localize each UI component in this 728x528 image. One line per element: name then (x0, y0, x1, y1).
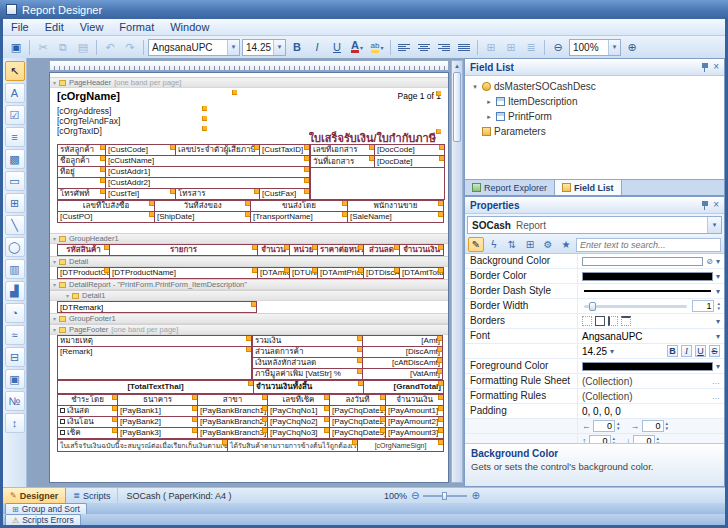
report-field[interactable]: [PayBankBranch3] (198, 428, 268, 439)
pay-method-cell[interactable]: เงินโอน (58, 417, 118, 428)
chevron-down-icon[interactable]: ▾ (227, 40, 239, 55)
report-field[interactable]: [DTAmtQty] (258, 268, 290, 279)
report-label[interactable]: ได้รับสินค้าตามรายการข้างต้นไว้ถูกต้องเร… (228, 440, 358, 452)
field-dtremark[interactable]: [DTRemark] (57, 301, 257, 313)
report-label[interactable]: ขนส่งโดย (251, 201, 348, 212)
color-swatch[interactable] (582, 257, 703, 266)
report-label[interactable]: โทรสาร (176, 189, 260, 200)
column-header[interactable]: รายการ (110, 245, 258, 256)
report-field[interactable]: [PayChqNo1] (268, 406, 330, 417)
categorized-button[interactable]: ⊞ (522, 237, 538, 252)
column-header[interactable]: ชำระโดย (58, 395, 118, 406)
report-field[interactable]: [PayBank3] (118, 428, 198, 439)
toolbox-shape[interactable]: ◯ (5, 237, 25, 257)
band-pageheader[interactable]: ▾ PageHeader [one band per page] (50, 77, 448, 88)
zoom-in-icon[interactable]: ⊕ (471, 490, 479, 501)
field-page-info[interactable]: Page 1 of 1 (387, 91, 441, 101)
slider-thumb[interactable] (589, 302, 596, 311)
object-selector-combo[interactable]: SOCash Report ▾ (467, 216, 722, 234)
report-field[interactable]: [VatAmt] (363, 369, 443, 380)
tree-node-dsmastersocashdesc[interactable]: ▾ dsMasterSOCashDesc (467, 79, 722, 94)
toolbox-sparkline[interactable]: ≈ (5, 325, 25, 345)
column-header[interactable]: ลงวันที่ (330, 395, 386, 406)
report-field[interactable]: [DTUnitName] (290, 268, 318, 279)
font-size-combo[interactable]: 14.25 ▾ (242, 39, 286, 56)
prop-font[interactable]: Font AngsanaUPC ▾ (465, 329, 724, 344)
report-field[interactable]: [DiscAmt] (363, 347, 443, 358)
band-detail[interactable]: ▾ Detail (50, 256, 448, 267)
report-field[interactable]: [Amt] (363, 336, 443, 347)
zoom-slider-thumb[interactable] (442, 492, 447, 500)
report-label[interactable]: รวมเงิน (253, 336, 363, 347)
report-label[interactable]: เงินหลังหักส่วนลด (253, 358, 363, 369)
settings-button[interactable]: ⚙ (540, 237, 556, 252)
menu-format[interactable]: Format (111, 20, 162, 34)
report-field[interactable]: [CustTaxID] (260, 145, 310, 156)
report-label[interactable]: ที่อยู่ (58, 167, 106, 178)
report-label[interactable]: รหัสลูกค้า (58, 145, 106, 156)
save-button[interactable]: ▣ (7, 38, 25, 56)
report-label[interactable]: พนักงานขาย (348, 201, 444, 212)
copy-button[interactable]: ⧉ (54, 38, 72, 56)
align-justify-button[interactable] (455, 38, 473, 56)
chevron-down-icon[interactable]: ▾ (716, 317, 720, 326)
chevron-down-icon[interactable]: ▾ (610, 347, 614, 356)
band-collapse-icon[interactable]: ▾ (53, 281, 56, 288)
report-field[interactable]: [CustFax] (260, 189, 310, 200)
menu-window[interactable]: Window (162, 20, 217, 34)
ellipsis-button[interactable]: … (712, 392, 720, 401)
bold-button[interactable]: B (288, 38, 306, 56)
spinner-icons[interactable]: ▴▾ (666, 421, 669, 431)
report-field[interactable]: [CustAddr2] (106, 178, 310, 189)
band-collapse-icon[interactable]: ▾ (53, 258, 56, 265)
tree-node-itemdescription[interactable]: ▸ ItemDescription (467, 94, 722, 109)
pay-method-cell[interactable]: เงินสด (58, 406, 118, 417)
zoom-out-button[interactable]: ⊖ (549, 38, 567, 56)
panel-tab-group-and-sort[interactable]: ⊞ Group and Sort (5, 503, 87, 514)
report-field[interactable]: [DocCode] (375, 145, 445, 156)
report-field[interactable]: [PayAmount1] (386, 406, 444, 417)
report-cell-empty[interactable] (311, 167, 445, 199)
bold-toggle[interactable]: B (667, 345, 678, 357)
pad-right-value[interactable]: 0 (642, 420, 664, 432)
toolbox-barcode[interactable]: ▥ (5, 259, 25, 279)
band-collapse-icon[interactable]: ▾ (53, 235, 56, 242)
border-all-icon[interactable] (595, 316, 605, 326)
report-label[interactable]: โทรศัพท์ (58, 189, 106, 200)
report-field[interactable]: [GrandTotal] (364, 381, 444, 394)
report-label[interactable]: จำนวนเงินทั้งสิ้น (254, 381, 364, 394)
band-groupheader1[interactable]: ▾ GroupHeader1 (50, 233, 448, 244)
pin-icon[interactable] (702, 63, 708, 72)
report-label[interactable]: เลขที่ใบสั่งซื้อ (58, 201, 155, 212)
no-color-icon[interactable]: ⊘ (706, 257, 713, 266)
column-header[interactable]: สาขา (198, 395, 268, 406)
close-icon[interactable]: × (713, 62, 719, 72)
report-label[interactable]: ชื่อลูกค้า (58, 156, 106, 167)
report-field[interactable]: [PayAmount3] (386, 428, 444, 439)
band-collapse-icon[interactable]: ▾ (53, 315, 56, 322)
title-bar[interactable]: Report Designer (0, 0, 728, 19)
report-field[interactable]: [PayAmount2] (386, 417, 444, 428)
toolbox-line[interactable]: ╲ (5, 215, 25, 235)
zoom-in-button[interactable]: ⊕ (623, 38, 641, 56)
column-header[interactable]: รหัสสินค้า (58, 245, 110, 256)
tab-scripts[interactable]: ≣ Scripts (66, 488, 118, 503)
color-swatch[interactable] (582, 362, 713, 371)
column-header[interactable]: จำนวนเงิน (386, 395, 444, 406)
paste-button[interactable]: ▤ (74, 38, 92, 56)
tree-node-printform[interactable]: ▸ PrintForm (467, 109, 722, 124)
report-field[interactable]: [DTDiscAmt] (364, 268, 400, 279)
prop-padding[interactable]: Padding 0, 0, 0, 0 (465, 404, 724, 419)
report-field[interactable]: [DocDate] (375, 156, 445, 167)
prop-background-color[interactable]: Background Color ⊘ ▾ (465, 254, 724, 269)
chevron-down-icon[interactable]: ▾ (608, 40, 620, 55)
column-header[interactable]: ส่วนลด (364, 245, 400, 256)
report-field[interactable]: [TransportName] (251, 212, 348, 223)
border-top-icon[interactable] (621, 316, 631, 326)
toolbox-crossband[interactable]: ↕ (5, 413, 25, 433)
highlight-color-button[interactable]: ab▾ (368, 38, 386, 56)
report-field[interactable]: [PayChqDate2] (330, 417, 386, 428)
zoom-out-icon[interactable]: ⊖ (411, 490, 419, 501)
redo-button[interactable]: ↷ (121, 38, 139, 56)
report-field[interactable]: [SaleName] (348, 212, 444, 223)
